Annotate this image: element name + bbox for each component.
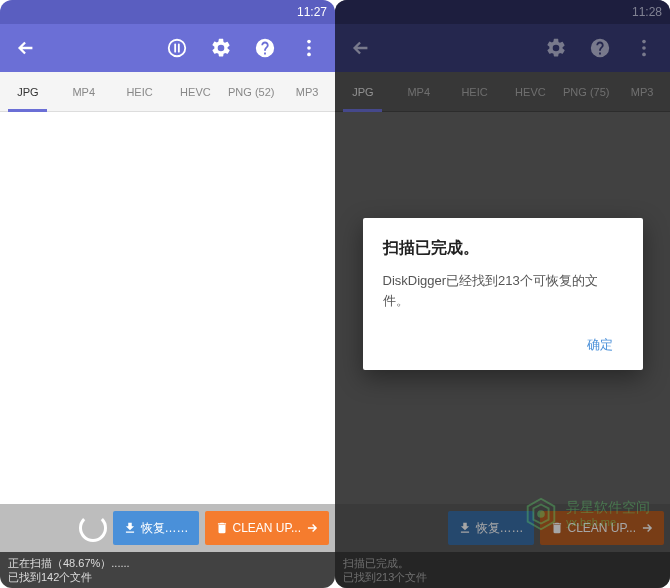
svg-point-2 <box>307 46 311 50</box>
tabs: JPG MP4 HEIC HEVC PNG (52) MP3 <box>0 72 335 112</box>
cleanup-label: CLEAN UP... <box>233 521 301 535</box>
scan-complete-dialog: 扫描已完成。 DiskDigger已经找到213个可恢复的文件。 确定 <box>363 218 643 370</box>
back-button[interactable] <box>8 30 44 66</box>
screen-left: 11:27 JPG MP4 HEIC HEVC PNG (52) MP3 <box>0 0 335 588</box>
dialog-overlay[interactable]: 扫描已完成。 DiskDigger已经找到213个可恢复的文件。 确定 <box>335 0 670 588</box>
settings-button[interactable] <box>203 30 239 66</box>
svg-point-3 <box>307 53 311 57</box>
footer-line2: 已找到142个文件 <box>8 570 327 584</box>
overflow-icon <box>298 37 320 59</box>
tab-heic[interactable]: HEIC <box>112 72 168 111</box>
dialog-ok-button[interactable]: 确定 <box>577 328 623 362</box>
content-area <box>0 112 335 504</box>
tab-jpg[interactable]: JPG <box>0 72 56 111</box>
tab-mp3[interactable]: MP3 <box>279 72 335 111</box>
dialog-actions: 确定 <box>383 328 623 362</box>
dialog-body: DiskDigger已经找到213个可恢复的文件。 <box>383 271 623 310</box>
status-bar: 11:27 <box>0 0 335 24</box>
help-icon <box>254 37 276 59</box>
restore-button[interactable]: 恢复…… <box>113 511 199 545</box>
dialog-title: 扫描已完成。 <box>383 238 623 259</box>
pause-icon <box>166 37 188 59</box>
back-icon <box>15 37 37 59</box>
bottom-actions: 恢复…… CLEAN UP... <box>0 504 335 552</box>
arrow-right-icon <box>305 521 319 535</box>
cleanup-button[interactable]: CLEAN UP... <box>205 511 329 545</box>
restore-label: 恢复…… <box>141 520 189 537</box>
svg-point-0 <box>169 40 186 57</box>
scanning-spinner <box>79 514 107 542</box>
tab-mp4[interactable]: MP4 <box>56 72 112 111</box>
download-icon <box>123 521 137 535</box>
tab-png[interactable]: PNG (52) <box>223 72 279 111</box>
status-footer: 正在扫描（48.67%）...... 已找到142个文件 <box>0 552 335 588</box>
trash-icon <box>215 521 229 535</box>
svg-point-1 <box>307 40 311 44</box>
status-time: 11:27 <box>297 5 327 19</box>
overflow-button[interactable] <box>291 30 327 66</box>
tab-hevc[interactable]: HEVC <box>167 72 223 111</box>
gear-icon <box>210 37 232 59</box>
app-bar <box>0 24 335 72</box>
pause-button[interactable] <box>159 30 195 66</box>
screen-right: 11:28 JPG MP4 HEIC HEVC PNG (75) MP3 恢复…… <box>335 0 670 588</box>
footer-line1: 正在扫描（48.67%）...... <box>8 556 327 570</box>
help-button[interactable] <box>247 30 283 66</box>
